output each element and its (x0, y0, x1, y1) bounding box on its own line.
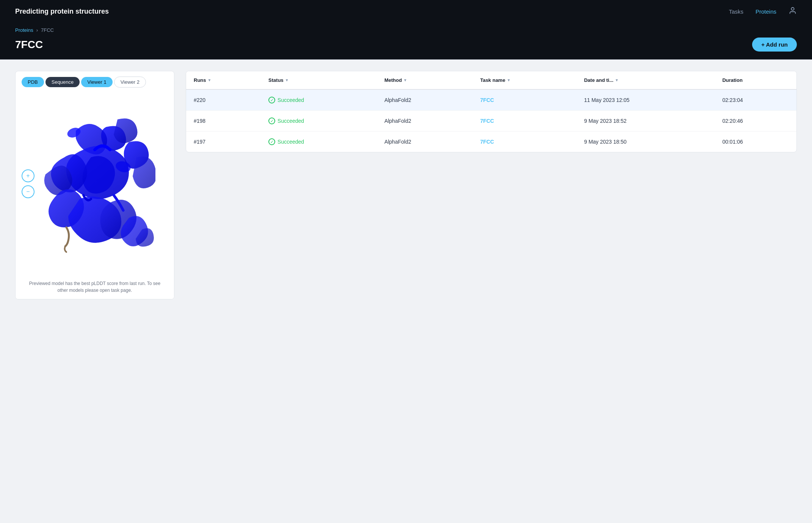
task-link-1[interactable]: 7FCC (480, 118, 494, 124)
tab-viewer1[interactable]: Viewer 1 (81, 77, 112, 87)
cell-datetime-2: 9 May 2023 18:50 (577, 132, 715, 152)
zoom-in-button[interactable]: + (22, 169, 34, 182)
tab-pdb[interactable]: PDB (22, 77, 44, 87)
cell-datetime-1: 9 May 2023 18:52 (577, 111, 715, 132)
cell-duration-1: 02:20:46 (715, 111, 796, 132)
page-title: 7FCC (15, 39, 43, 51)
runs-table-panel: Runs ▼ Status ▼ Method ▼ (186, 71, 797, 152)
cell-run-2: #197 (186, 132, 261, 152)
status-text-0: Succeeded (277, 97, 304, 103)
col-method[interactable]: Method ▼ (377, 71, 473, 89)
col-runs[interactable]: Runs ▼ (186, 71, 261, 89)
table-header-row: Runs ▼ Status ▼ Method ▼ (186, 71, 796, 89)
breadcrumb-current: 7FCC (41, 27, 54, 33)
viewer-panel: PDB Sequence Viewer 1 Viewer 2 (15, 71, 174, 299)
task-link-2[interactable]: 7FCC (480, 139, 494, 145)
breadcrumb: Proteins › 7FCC (15, 27, 797, 33)
protein-structure-svg (34, 112, 155, 256)
page-header-row: 7FCC + Add run (15, 38, 797, 52)
datetime-sort-icon: ▼ (615, 78, 619, 82)
col-date-time[interactable]: Date and ti... ▼ (577, 71, 715, 89)
breadcrumb-proteins[interactable]: Proteins (15, 27, 33, 33)
status-icon-2: ✓ (268, 138, 275, 145)
main-content: PDB Sequence Viewer 1 Viewer 2 (0, 60, 812, 311)
cell-method-2: AlphaFold2 (377, 132, 473, 152)
nav-tasks[interactable]: Tasks (729, 8, 743, 15)
zoom-out-button[interactable]: − (22, 185, 34, 198)
table-row[interactable]: #220 ✓ Succeeded AlphaFold2 7FCC 11 May … (186, 89, 796, 111)
viewer-tabs: PDB Sequence Viewer 1 Viewer 2 (16, 71, 174, 93)
cell-duration-2: 00:01:06 (715, 132, 796, 152)
protein-viewer: + − (16, 93, 174, 275)
table-row[interactable]: #198 ✓ Succeeded AlphaFold2 7FCC 9 May 2… (186, 111, 796, 132)
app-title: Predicting protein structures (15, 8, 109, 16)
user-icon[interactable] (788, 6, 797, 17)
col-duration: Duration (715, 71, 796, 89)
cell-status-2: ✓ Succeeded (261, 132, 377, 152)
status-sort-icon: ▼ (285, 78, 289, 82)
header-nav: Tasks Proteins (729, 6, 797, 17)
status-text-1: Succeeded (277, 118, 304, 124)
status-icon-1: ✓ (268, 117, 275, 124)
nav-proteins[interactable]: Proteins (756, 8, 776, 15)
method-sort-icon: ▼ (403, 78, 407, 82)
breadcrumb-separator: › (36, 27, 38, 33)
runs-table: Runs ▼ Status ▼ Method ▼ (186, 71, 796, 152)
cell-run-0: #220 (186, 89, 261, 111)
sub-header: Proteins › 7FCC 7FCC + Add run (0, 23, 812, 60)
status-text-2: Succeeded (277, 139, 304, 145)
header: Predicting protein structures Tasks Prot… (0, 0, 812, 23)
col-status[interactable]: Status ▼ (261, 71, 377, 89)
cell-method-0: AlphaFold2 (377, 89, 473, 111)
cell-taskname-2[interactable]: 7FCC (473, 132, 577, 152)
taskname-sort-icon: ▼ (507, 78, 511, 82)
col-task-name[interactable]: Task name ▼ (473, 71, 577, 89)
cell-status-1: ✓ Succeeded (261, 111, 377, 132)
cell-status-0: ✓ Succeeded (261, 89, 377, 111)
tab-viewer2[interactable]: Viewer 2 (114, 77, 146, 88)
tab-sequence[interactable]: Sequence (45, 77, 80, 87)
task-link-0[interactable]: 7FCC (480, 97, 494, 103)
svg-point-0 (791, 7, 794, 10)
caption-line1: Previewed model has the best pLDDT score… (29, 281, 160, 286)
runs-sort-icon: ▼ (208, 78, 212, 82)
add-run-button[interactable]: + Add run (752, 38, 797, 52)
cell-method-1: AlphaFold2 (377, 111, 473, 132)
cell-duration-0: 02:23:04 (715, 89, 796, 111)
zoom-controls: + − (22, 169, 34, 198)
cell-taskname-1[interactable]: 7FCC (473, 111, 577, 132)
cell-run-1: #198 (186, 111, 261, 132)
cell-datetime-0: 11 May 2023 12:05 (577, 89, 715, 111)
cell-taskname-0[interactable]: 7FCC (473, 89, 577, 111)
caption-line2: other models please open task page. (58, 288, 132, 293)
viewer-caption: Previewed model has the best pLDDT score… (16, 275, 174, 299)
table-row[interactable]: #197 ✓ Succeeded AlphaFold2 7FCC 9 May 2… (186, 132, 796, 152)
status-icon-0: ✓ (268, 97, 275, 103)
